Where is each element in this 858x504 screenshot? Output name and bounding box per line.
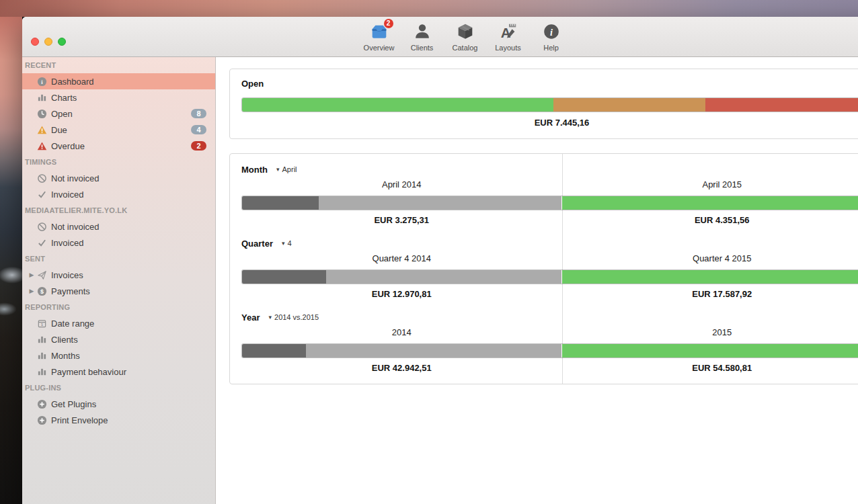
right-period-bar: [562, 343, 858, 358]
sidebar-item-charts[interactable]: Charts: [22, 89, 215, 106]
right-period-bar: [562, 269, 858, 284]
sidebar-item-clients[interactable]: Clients: [22, 331, 215, 347]
right-period-value: EUR 17.587,92: [562, 289, 858, 299]
period-type-label: Quarter: [241, 239, 273, 249]
warning-triangle-red-icon: [36, 140, 47, 151]
bar-segment-light: [319, 196, 561, 210]
comparison-captions: Quarter 4 2014Quarter 4 2015: [230, 252, 858, 265]
bar-segment-light: [306, 344, 562, 358]
left-period-caption: Quarter 4 2014: [230, 252, 562, 265]
no-sign-icon: [36, 221, 47, 232]
sidebar-item-open[interactable]: Open8: [22, 106, 215, 122]
sidebar-item-due[interactable]: Due4: [22, 122, 215, 138]
zoom-button[interactable]: [58, 38, 66, 46]
sidebar-item-payments[interactable]: ▶$Payments: [22, 283, 215, 299]
sidebar-item-label: Get Plugins: [51, 399, 96, 409]
main-content: Open EUR 7.445,16 Month▾AprilApril 2014A…: [216, 57, 858, 504]
sidebar-item-overdue[interactable]: Overdue2: [22, 138, 215, 154]
comparison-captions: 20142015: [230, 326, 858, 339]
disclosure-triangle-icon[interactable]: ▶: [27, 288, 36, 294]
sidebar-item-date-range[interactable]: 1Date range: [22, 315, 215, 331]
app-window: 2OverviewClientsCatalogALayoutsiHelp REC…: [22, 17, 858, 504]
comparison-section-year: Year▾2014 vs.201520142015EUR 42.942,51EU…: [230, 303, 858, 377]
sidebar-item-label: Invoiced: [51, 190, 83, 200]
left-period-bar: [241, 343, 562, 358]
open-bar-segment-overdue: [705, 98, 858, 112]
comparison-card: Month▾AprilApril 2014April 2015EUR 3.275…: [229, 153, 858, 384]
close-button[interactable]: [31, 38, 39, 46]
sidebar-item-get-plugins[interactable]: Get Plugins: [22, 396, 215, 412]
right-period-caption: April 2015: [562, 178, 858, 192]
selector-value: 4: [288, 239, 292, 247]
help-icon: i: [541, 22, 561, 42]
bar-chart-icon: [36, 350, 47, 361]
year-selector[interactable]: ▾2014 vs.2015: [268, 313, 319, 321]
dollar-circle-icon: $: [36, 286, 47, 296]
toolbar-item-label: Catalog: [453, 44, 478, 52]
right-period-value: EUR 54.580,81: [562, 363, 858, 373]
svg-text:$: $: [40, 288, 44, 294]
toolbar-item-overview[interactable]: 2Overview: [361, 22, 397, 52]
sidebar-item-not-invoiced[interactable]: Not invoiced: [22, 218, 215, 235]
toolbar-item-label: Overview: [364, 44, 395, 52]
bar-segment-light: [326, 270, 562, 284]
right-period-caption: 2015: [562, 326, 858, 339]
sidebar-item-print-envelope[interactable]: Print Envelope: [22, 412, 215, 428]
toolbar-item-help[interactable]: iHelp: [533, 22, 570, 52]
comparison-section-header: Year▾2014 vs.2015: [230, 310, 858, 325]
left-period-bar: [241, 196, 562, 210]
sidebar-section-title-plug-ins: PLUG-INS: [22, 380, 215, 396]
open-card-title: Open: [241, 79, 858, 89]
open-bar-segment-due: [553, 98, 705, 112]
sidebar-item-label: Open: [51, 109, 73, 119]
warning-triangle-orange-icon: [36, 124, 47, 135]
comparison-bar-row: [241, 196, 858, 210]
sidebar-item-months[interactable]: Months: [22, 347, 215, 364]
toolbar: 2OverviewClientsCatalogALayoutsiHelp: [22, 17, 858, 56]
comparison-section-quarter: Quarter▾4Quarter 4 2014Quarter 4 2015EUR…: [230, 229, 858, 303]
toolbar-item-clients[interactable]: Clients: [404, 22, 440, 52]
checkmark-icon: [36, 237, 47, 248]
checkmark-icon: [36, 189, 47, 200]
bar-chart-icon: [36, 334, 47, 345]
left-period-bar: [241, 269, 562, 284]
sidebar-item-not-invoiced[interactable]: Not invoiced: [22, 170, 215, 186]
sidebar-item-label: Clients: [51, 335, 78, 345]
sidebar-item-payment-behaviour[interactable]: Payment behaviour: [22, 364, 215, 380]
clock-icon: [36, 108, 47, 119]
bar-segment-dark: [242, 196, 319, 210]
layouts-icon: A: [498, 22, 518, 42]
count-badge: 2: [191, 141, 206, 151]
left-period-value: EUR 42.942,51: [230, 363, 562, 373]
traffic-lights: [31, 38, 66, 46]
desktop-wallpaper-top: [0, 0, 858, 17]
sidebar-item-label: Months: [51, 351, 80, 361]
right-period-caption: Quarter 4 2015: [562, 252, 858, 265]
bar-chart-icon: [36, 92, 47, 103]
plus-circle-icon: [36, 398, 47, 409]
minimize-button[interactable]: [44, 38, 52, 46]
toolbar-item-layouts[interactable]: ALayouts: [490, 22, 526, 52]
quarter-selector[interactable]: ▾4: [282, 239, 292, 247]
month-selector[interactable]: ▾April: [276, 165, 297, 173]
comparison-bar-row: [241, 269, 858, 284]
sidebar: RECENTiDashboardChartsOpen8Due4Overdue2T…: [22, 57, 216, 504]
right-period-bar: [562, 196, 858, 210]
comparison-section-header: Month▾April: [230, 162, 858, 177]
toolbar-item-catalog[interactable]: Catalog: [447, 22, 483, 52]
sidebar-item-label: Date range: [51, 319, 94, 329]
toolbar-item-label: Clients: [411, 44, 434, 52]
sidebar-item-invoiced[interactable]: Invoiced: [22, 186, 215, 202]
paper-plane-icon: [36, 269, 47, 280]
chevron-down-icon: ▾: [282, 240, 285, 247]
inbox-tray-icon: 2: [369, 22, 389, 42]
selector-value: 2014 vs.2015: [274, 313, 319, 321]
toolbar-item-label: Layouts: [495, 44, 521, 52]
open-card-value: EUR 7.445,16: [241, 118, 858, 128]
left-period-value: EUR 12.970,81: [230, 289, 562, 299]
bar-segment-green: [562, 196, 858, 210]
sidebar-item-invoices[interactable]: ▶Invoices: [22, 267, 215, 283]
disclosure-triangle-icon[interactable]: ▶: [27, 271, 36, 278]
sidebar-item-invoiced[interactable]: Invoiced: [22, 235, 215, 251]
sidebar-item-dashboard[interactable]: iDashboard: [22, 73, 215, 89]
